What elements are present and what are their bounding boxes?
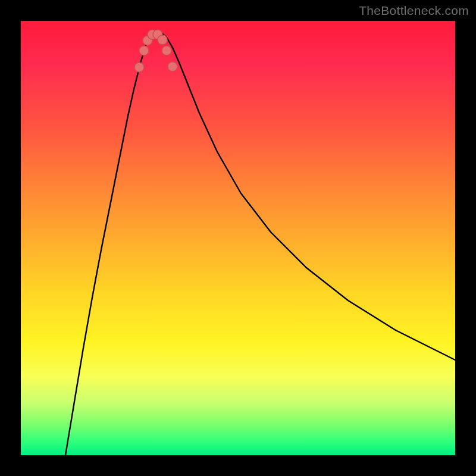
- curve-marker: [139, 46, 149, 55]
- chart-frame: TheBottleneck.com: [0, 0, 476, 476]
- chart-overlay: [21, 21, 455, 455]
- bottleneck-curve: [65, 32, 455, 455]
- watermark-text: TheBottleneck.com: [359, 4, 469, 18]
- curve-marker: [158, 35, 167, 45]
- marker-group: [134, 30, 177, 72]
- curve-marker: [168, 62, 177, 71]
- plot-area: [21, 21, 455, 455]
- curve-marker: [162, 46, 171, 55]
- curve-marker: [134, 62, 144, 72]
